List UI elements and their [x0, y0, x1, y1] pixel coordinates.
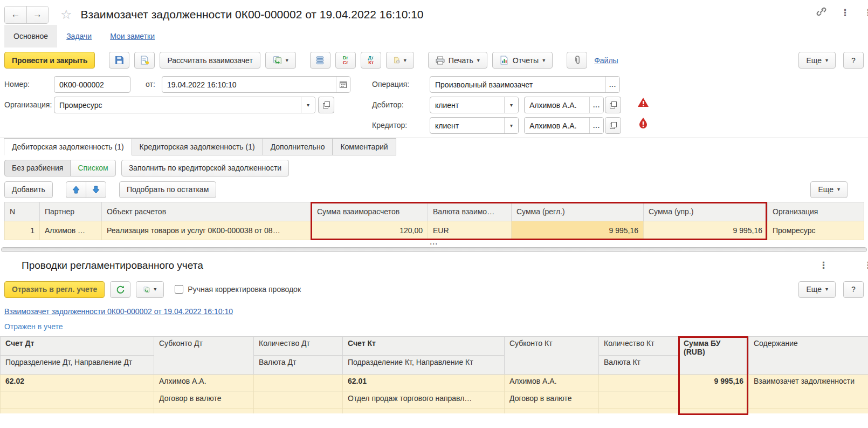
manual-adjustment-checkbox-row[interactable]: Ручная корректировка проводок: [175, 285, 301, 294]
cell-partner[interactable]: Алхимов …: [40, 221, 102, 240]
drcr-register-button[interactable]: DrCr: [335, 52, 356, 69]
postings-fill-dropdown-button[interactable]: ▾: [136, 281, 164, 298]
cell-debit-dept[interactable]: [1, 392, 154, 409]
more-button[interactable]: Еще▾: [798, 52, 836, 69]
reflect-in-accounting-button[interactable]: Отразить в регл. учете: [4, 281, 105, 298]
cell-amount[interactable]: 120,00: [312, 221, 428, 240]
tab-comment[interactable]: Комментарий: [332, 138, 396, 155]
list-more-button[interactable]: Еще▾: [810, 181, 848, 198]
number-input[interactable]: [54, 77, 130, 92]
save-button[interactable]: [109, 52, 129, 69]
cell-debit-subconto2[interactable]: Договор в валюте: [154, 392, 254, 409]
operation-input[interactable]: [430, 77, 605, 92]
postings-edge-menu-icon[interactable]: ⋮: [864, 261, 868, 270]
organization-input[interactable]: [54, 97, 301, 113]
page-title: Взаимозачет задолженности 0К00-000002 от…: [81, 8, 424, 21]
postings-menu-icon[interactable]: ⋮: [819, 261, 828, 270]
edge-menu-icon[interactable]: ⋮: [864, 8, 868, 17]
creditor-type-field-wrap: ▾: [430, 117, 519, 134]
tab-additional[interactable]: Дополнительно: [263, 138, 333, 155]
tab-notes-link[interactable]: Мои заметки: [110, 32, 155, 40]
postings-help-button[interactable]: ?: [843, 281, 864, 298]
date-input[interactable]: [162, 77, 336, 92]
cell-debit-qty[interactable]: [254, 375, 343, 392]
cell-amount-bu[interactable]: 9 995,16: [679, 375, 749, 409]
posting-row-partial[interactable]: [1, 409, 868, 413]
postings-more-button[interactable]: Еще▾: [798, 281, 836, 298]
cell-debit-subconto1[interactable]: Алхимов А.А.: [154, 375, 254, 392]
debtor-input[interactable]: [525, 97, 589, 113]
creditor-choose-button[interactable]: ...: [589, 118, 603, 133]
splitter-handle[interactable]: ···: [0, 240, 868, 247]
favorite-star-icon[interactable]: ☆: [60, 7, 72, 22]
add-row-button[interactable]: Добавить: [4, 181, 53, 198]
post-and-close-button[interactable]: Провести и закрыть: [4, 52, 95, 69]
help-button[interactable]: ?: [843, 52, 864, 69]
debtor-warning-icon[interactable]: [637, 97, 649, 108]
files-link[interactable]: Файлы: [594, 56, 618, 65]
creditor-type-dropdown-icon[interactable]: ▾: [504, 118, 518, 133]
debtor-open-button[interactable]: [605, 97, 621, 113]
table-row[interactable]: 1 Алхимов … Реализация товаров и услуг 0…: [5, 221, 864, 240]
move-up-button[interactable]: [66, 181, 86, 198]
manual-adjustment-checkbox[interactable]: [175, 285, 183, 294]
cell-amount-mgmt[interactable]: 9 995,16: [644, 221, 768, 240]
cell-currency[interactable]: EUR: [428, 221, 512, 240]
fill-from-creditor-button[interactable]: Заполнить по кредиторской задолженности: [121, 160, 290, 176]
tab-payables[interactable]: Кредиторская задолженность (1): [132, 138, 263, 155]
move-down-button[interactable]: [86, 181, 106, 198]
cell-n[interactable]: 1: [5, 221, 40, 240]
creditor-type-select[interactable]: [430, 118, 504, 133]
tab-main[interactable]: Основное: [4, 25, 57, 47]
tab-tasks[interactable]: Задачи: [57, 25, 101, 47]
no-split-toggle[interactable]: Без разбиения: [4, 160, 71, 176]
as-list-toggle[interactable]: Списком: [70, 160, 115, 176]
tab-notes[interactable]: Мои заметки: [101, 25, 164, 47]
horizontal-scrollbar[interactable]: [1, 247, 867, 252]
cell-content[interactable]: Взаимозачет задолженности: [749, 375, 868, 409]
cell-credit-currency[interactable]: [599, 392, 679, 409]
operation-choose-button[interactable]: ...: [605, 77, 619, 92]
post-document-button[interactable]: [134, 52, 155, 69]
organization-dropdown-icon[interactable]: ▾: [301, 97, 315, 113]
refresh-button[interactable]: [110, 281, 130, 298]
source-document-link[interactable]: Взаимозачет задолженности 0К00-000002 от…: [4, 307, 868, 316]
calculate-offset-button[interactable]: Рассчитать взаимозачет: [160, 52, 260, 69]
tab-receivables[interactable]: Дебиторская задолженность (1): [4, 138, 132, 155]
forward-button[interactable]: →: [26, 6, 48, 23]
cell-credit-subconto1[interactable]: Алхимов А.А.: [505, 375, 599, 392]
cell-organization[interactable]: Промресурс: [768, 221, 864, 240]
tab-tasks-link[interactable]: Задачи: [66, 32, 92, 40]
calendar-icon[interactable]: [336, 77, 350, 92]
more-menu-icon[interactable]: ⋮: [841, 8, 850, 17]
cell-debit-currency[interactable]: [254, 392, 343, 409]
creditor-open-button[interactable]: [605, 117, 621, 134]
dropdown-caret: ▾: [154, 287, 156, 292]
cell-object[interactable]: Реализация товаров и услуг 0К00-000038 о…: [102, 221, 312, 240]
debtor-type-dropdown-icon[interactable]: ▾: [504, 97, 518, 113]
cell-credit-dept[interactable]: Отдел продаж торгового направл…: [343, 392, 505, 409]
creditor-warning-icon[interactable]: [638, 117, 650, 129]
document-journal-button[interactable]: ▾: [386, 52, 414, 69]
attach-button[interactable]: [567, 52, 587, 69]
cell-credit-subconto2[interactable]: Договор в валюте: [505, 392, 599, 409]
organization-open-button[interactable]: [318, 97, 334, 113]
cell-debit-account[interactable]: 62.02: [1, 375, 154, 392]
posting-row-line1[interactable]: 62.02 Алхимов А.А. 62.01 Алхимов А.А. 9 …: [1, 375, 868, 392]
debtor-choose-button[interactable]: ...: [589, 97, 603, 113]
back-button[interactable]: ←: [5, 6, 26, 23]
link-icon[interactable]: [816, 6, 826, 18]
register-records-button[interactable]: [310, 52, 330, 69]
print-button[interactable]: Печать ▾: [428, 52, 487, 69]
creditor-input[interactable]: [525, 118, 589, 133]
number-field-wrap: [54, 76, 130, 93]
col-debit-account: Счет Дт: [1, 337, 154, 356]
dtkt-register-button[interactable]: ДтКт: [361, 52, 381, 69]
cell-amount-reg[interactable]: 9 995,16: [512, 221, 644, 240]
debtor-type-select[interactable]: [430, 97, 504, 113]
cell-credit-qty[interactable]: [599, 375, 679, 392]
cell-credit-account[interactable]: 62.01: [343, 375, 505, 392]
pick-by-balances-button[interactable]: Подобрать по остаткам: [119, 181, 216, 198]
fill-dropdown-button[interactable]: ▾: [265, 52, 296, 69]
reports-button[interactable]: Отчеты ▾: [492, 52, 553, 69]
